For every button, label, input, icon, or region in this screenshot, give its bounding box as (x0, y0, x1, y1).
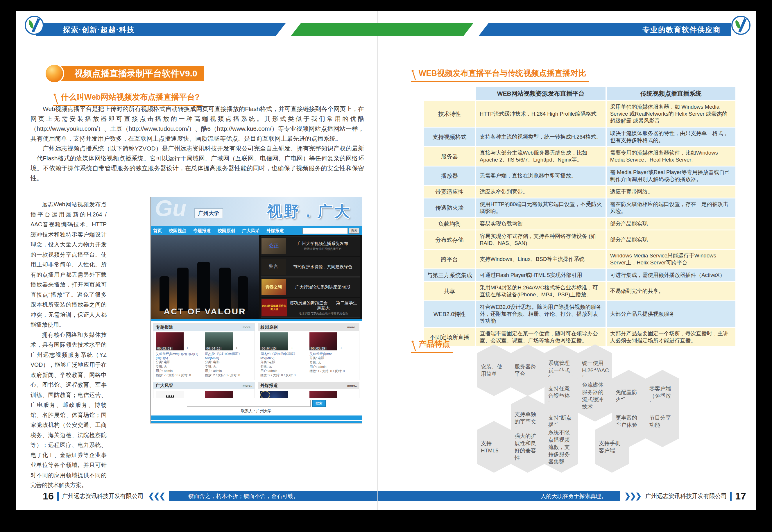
expand-plus-icon[interactable]: + (291, 345, 293, 351)
nav-item-5[interactable]: 外媒报道 (266, 228, 284, 234)
video-meta-line: 专辑: 无 (156, 364, 202, 369)
video-thumbnail: 00:03:39 (309, 332, 337, 350)
video-thumbnail: 00:04:15 (260, 332, 288, 350)
row-label-cell: 传透防火墙 (424, 198, 475, 217)
web-platform-cell: 符合WEB2.0设计思想。除为用户除提供视频的服务外，还附加有音频、相册、评论、… (476, 301, 606, 327)
table-row: WEB2.0特性符合WEB2.0设计思想。除为用户除提供视频的服务外，还附加有音… (424, 301, 735, 327)
web-platform-cell: 使用HTTP的80端口无需做其它端口设置，不受防火墙影响。 (476, 198, 606, 217)
video-card[interactable]: 00:04:15+周杰伦《说好的幸福呢》MV[MKV]分类: 电影专辑: 无用户… (260, 332, 307, 377)
expand-plus-icon[interactable]: + (235, 345, 238, 351)
table-row: 跨平台支持Windows、Linux、BSD等主流操作系统Windows Med… (424, 250, 735, 268)
comparison-table: WEB网站视频资源发布直播平台 传统视频点播直播系统 技术特性HTTP流式缓冲技… (423, 86, 737, 347)
web-platform-cell: 可通过Flash Player或HTML 5实现外部引用 (476, 269, 606, 281)
site-search-button[interactable]: 搜索 (349, 228, 359, 234)
nav-item-0[interactable]: 首页 (153, 228, 162, 234)
bottom-search-button[interactable]: 搜索 (312, 400, 326, 407)
channel-title: 外媒报道 (260, 383, 278, 388)
paragraph: Web视频点播平台是把上传时的所有视频格式自动转换成网页可直接播放的Flash格… (31, 104, 364, 144)
featured-item[interactable]: 青春之绚广大行知论坛系列讲座第46期 (261, 277, 360, 297)
traditional-cell: 适应于宽带网络。 (607, 186, 735, 198)
table-row: 不固定场所直播直播端不需固定在某一个位置，随时可在领导办公室、会议室、课室、广场… (424, 328, 735, 346)
quote-bar: 锲而舍之，朽木不折；锲而不舍，金石可镂。 (169, 491, 377, 501)
company-name: 广州远志资讯科技开发有限公司 (645, 492, 727, 500)
video-duration: 00:04:15 (260, 347, 277, 350)
table-header-cell (424, 87, 475, 100)
section-heading-text: 产品特点 (419, 340, 450, 348)
video-meta-line: 专辑: 无 (309, 360, 356, 365)
bottom-search-input[interactable] (187, 400, 311, 407)
site-footer: 搜索 联系人：广州大学 (151, 398, 362, 423)
paragraph: 远志Web网站视频发布点播平台运用最新的H.264 / AAC音视频编码技术、H… (31, 199, 107, 330)
feature-hexagon: 服务器跨平台 (511, 344, 544, 396)
footer-bar (151, 415, 362, 420)
nav-item-4[interactable]: 广大风采 (242, 228, 259, 234)
traditional-cell: 部分产品能实现 (607, 230, 735, 249)
bottom-search-area: 搜索 (151, 400, 362, 407)
company-name: 广州远志资讯科技开发有限公司 (62, 492, 144, 500)
page-number: 17 (735, 490, 746, 502)
header-left-bar: 探索·创新·超越·科技 (36, 23, 286, 36)
web-platform-cell: 支持各种主流的视频类型，统一转换成H.264格式。 (476, 128, 606, 146)
video-meta-line: 用户: admin (156, 369, 202, 373)
expand-plus-icon[interactable]: + (340, 345, 343, 351)
footer-right: 人的天职在勇于探索真理。 ❯❯❯ 广州远志资讯科技开发有限公司 17 (378, 490, 746, 502)
channel-title: 广大风采 (156, 383, 173, 388)
table-header-cell: 传统视频点播直播系统 (607, 87, 735, 100)
featured-item[interactable]: 公正广州大学视频点播系统发布最强大最专业的视频点播平台 (261, 236, 360, 256)
featured-info: 节约保护水资源，共同建设绿色 (288, 264, 359, 269)
page-number: 16 (43, 490, 54, 502)
featured-info: 广州大学视频点播系统发布最强大最专业的视频点播平台 (288, 241, 359, 251)
table-row: 分布式存储容易实现分布式存储，支持各种网络存储设备 (如RAID、NAS、SAN… (424, 230, 735, 249)
video-card[interactable]: 00:04:15+周杰伦《说好的幸福呢》MV[MKV]分类: 电影专辑: 无用户… (205, 332, 251, 377)
video-meta-line: 分类: 电影 (260, 360, 307, 364)
header-right-bar: 专业的教育软件供应商 (479, 23, 731, 36)
traditional-cell: 大部分产品是要固定一个场所，每次直播时，主讲人必须去到指定场所才能进行直播。 (607, 328, 735, 346)
video-title[interactable]: 周杰伦《说好的幸福呢》MV[MKV] (260, 352, 307, 360)
nav-item-1[interactable]: 校园视点 (169, 228, 186, 234)
video-title[interactable]: 周杰伦《说好的幸福呢》MV[MKV] (205, 352, 251, 360)
channel-section: 专题报道more..00:03:39+艾莉丝经典mtv(1)(2)(1)(3)(… (153, 323, 255, 380)
paragraph: 广州远志视频点播系统（以下简称YZVOD）是广州远志资讯科技开发有限公司完全自主… (31, 144, 364, 183)
featured-thumbnail: 警言 (261, 259, 286, 275)
video-title[interactable]: 艾莉丝经典mtv (309, 352, 356, 356)
movie-poster[interactable]: ACT OF VALOUR (151, 235, 259, 319)
traditional-cell: Windows Media Service只能运行于Windows Server… (607, 250, 735, 268)
feature-hexagon: 免流媒体服务器的流式缓冲技术 (578, 370, 612, 422)
featured-item[interactable]: 警言节约保护水资源，共同建设绿色 (261, 257, 360, 277)
video-meta-line: 用户: admin (260, 423, 307, 423)
traditional-cell: 需在防火墙做相应的端口设置，存在一定的被攻击风险。 (607, 198, 735, 217)
website-screenshot: Gu 广州大学 视野．广大 首页校园视点专题报道校园原创广大风采外媒报道 搜索 … (151, 197, 362, 423)
video-card[interactable]: 00:03:39+艾莉丝经典mtv(1)(2)(1)(3)(1)(9)(1)(5… (156, 332, 202, 377)
nav-item-3[interactable]: 校园原创 (218, 228, 235, 234)
section-heading-text: WEB视频发布直播平台与传统视频点播直播对比 (419, 69, 586, 78)
video-meta-line: 专辑: 无 (205, 364, 251, 369)
more-link[interactable]: more.. (347, 384, 357, 387)
web-platform-cell: 无需客户端，直接在浏览器中即可播放。 (476, 166, 606, 185)
featured-thumbnail: 2010校园媒体关注年度人物 (261, 299, 287, 316)
video-title[interactable]: 艾莉丝经典mtv(1)(2)(1)(3)(1)(9)(1)(5) (156, 352, 202, 360)
nav-item-2[interactable]: 专题报道 (193, 228, 211, 234)
web-platform-cell: HTTP流式缓冲技术，H.264 High Profile编码格式 (476, 101, 606, 127)
expand-plus-icon[interactable]: + (186, 345, 189, 351)
more-link[interactable]: more.. (347, 325, 357, 329)
more-link[interactable]: more.. (243, 325, 252, 329)
web-platform-cell: 直播端不需固定在某一个位置，随时可在领导办公室、会议室、课室、广场等地方做网络直… (476, 328, 606, 346)
video-meta-line: 播放: 1 / 支持: 0 / 反对: 0 (309, 369, 356, 373)
row-label-cell: 与第三方系统集成 (424, 269, 475, 281)
company-logo-icon (25, 16, 44, 35)
video-meta-line: 分类: 电影 (156, 360, 202, 364)
more-link[interactable]: more.. (243, 384, 252, 387)
header-green-band (291, 23, 473, 36)
table-header-row: WEB网站视频资源发布直播平台 传统视频点播直播系统 (424, 87, 735, 100)
chevrons-left-icon: ❮❮❮ (148, 492, 164, 501)
video-card[interactable]: 00:03:39+艾莉丝经典mtv分类: 电影专辑: 无用户: admin播放:… (309, 332, 356, 377)
row-label-cell: 跨平台 (424, 250, 475, 268)
video-meta-line: 用户: admin (309, 365, 356, 369)
site-navbar: 首页校园视点专题报道校园原创广大风采外媒报道 搜索 (151, 226, 362, 235)
table-row: 与第三方系统集成可通过Flash Player或HTML 5实现外部引用可进行集… (424, 269, 735, 281)
video-meta-line: 分类: 电影 (309, 356, 356, 360)
featured-item[interactable]: 2010校园媒体关注年度人物炼功房里的舞蹈盛会——第二届学生舞蹈大地理学院与东莞… (261, 298, 360, 318)
side-paragraphs: 远志Web网站视频发布点播平台运用最新的H.264 / AAC音视频编码技术、H… (31, 199, 107, 490)
product-title: 视频点播直播录制平台软件V9.0 (75, 69, 197, 78)
site-search-input[interactable] (302, 228, 348, 234)
